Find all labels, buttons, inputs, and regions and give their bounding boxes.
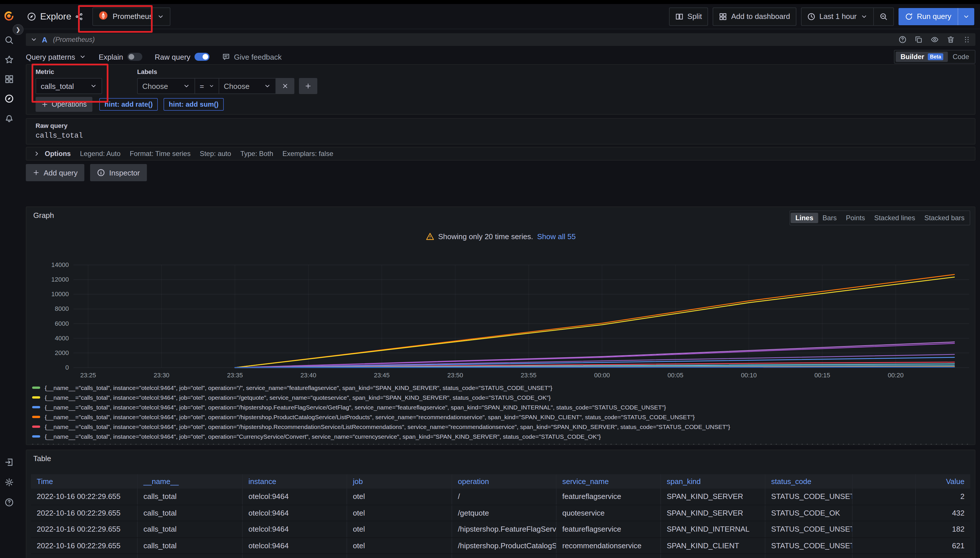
raw-query-expression: calls_total bbox=[36, 132, 966, 140]
time-range-button[interactable]: Last 1 hour bbox=[802, 8, 873, 25]
column-header-status_code[interactable]: status_code bbox=[765, 474, 853, 489]
legend-row[interactable]: {__name__="calls_total", instance="otelc… bbox=[32, 382, 969, 392]
sidebar-expand-button[interactable]: ❯ bbox=[13, 24, 23, 35]
drag-handle-icon[interactable] bbox=[963, 36, 971, 44]
graph-mode-points[interactable]: Points bbox=[841, 213, 870, 223]
options-header[interactable]: Options bbox=[33, 150, 71, 158]
legend-row[interactable]: {__name__="calls_total", instance="otelc… bbox=[32, 431, 969, 441]
table-cell: 182 bbox=[916, 521, 970, 537]
zoom-out-button[interactable] bbox=[873, 8, 893, 25]
sync-icon bbox=[905, 12, 913, 20]
explain-toggle[interactable]: Explain bbox=[99, 53, 142, 61]
add-operation-button[interactable]: Operations bbox=[36, 97, 92, 112]
star-icon[interactable] bbox=[0, 55, 18, 64]
y-tick-label: 8000 bbox=[55, 305, 69, 312]
copy-icon[interactable] bbox=[914, 36, 922, 44]
legend-swatch-icon bbox=[32, 425, 40, 428]
code-mode-button[interactable]: Code bbox=[948, 52, 974, 62]
query-toolbar: Query patterns Explain Raw query Give fe… bbox=[26, 51, 975, 63]
grafana-explore-app: Explore Prometheus bbox=[0, 0, 980, 558]
label-key-select[interactable]: Choose bbox=[137, 78, 194, 94]
legend-row[interactable]: {__name__="calls_total", instance="otelc… bbox=[32, 412, 969, 422]
time-series-chart[interactable]: 23:2523:3023:3523:4023:4523:5023:5500:00… bbox=[31, 260, 970, 383]
table-cell: recommendationservice bbox=[557, 554, 661, 558]
query-hint-button-0[interactable]: hint: add rate() bbox=[99, 98, 158, 111]
column-header-instance[interactable]: instance bbox=[243, 474, 347, 489]
column-header-spacer bbox=[853, 474, 916, 489]
warning-icon bbox=[426, 232, 434, 241]
metric-select[interactable]: calls_total bbox=[36, 78, 102, 94]
search-icon[interactable] bbox=[0, 36, 18, 45]
bell-icon[interactable] bbox=[0, 113, 18, 123]
column-header-service_name[interactable]: service_name bbox=[557, 474, 661, 489]
query-row-header[interactable]: A (Prometheus) bbox=[26, 33, 975, 46]
graph-mode-stacked-bars[interactable]: Stacked bars bbox=[920, 213, 969, 223]
table-cell: /hipstershop.Recommendation… bbox=[452, 554, 557, 558]
chevron-down-icon bbox=[79, 53, 86, 60]
label-value-select[interactable]: Choose bbox=[219, 78, 276, 94]
table-row: 2022-10-16 00:22:29.655calls_totalotelco… bbox=[31, 489, 970, 505]
metric-label: Metric bbox=[36, 68, 102, 75]
x-tick-label: 23:35 bbox=[227, 372, 243, 379]
y-tick-label: 2000 bbox=[55, 349, 69, 356]
trash-icon[interactable] bbox=[947, 36, 955, 44]
column-header-job[interactable]: job bbox=[347, 474, 452, 489]
table-cell bbox=[853, 554, 916, 558]
query-options-row: Options Legend: AutoFormat: Time seriesS… bbox=[26, 147, 975, 161]
grafana-logo[interactable] bbox=[0, 10, 18, 23]
prometheus-icon bbox=[99, 11, 108, 22]
legend-row[interactable]: {__name__="calls_total", instance="otelc… bbox=[32, 402, 969, 412]
legend-row[interactable]: {__name__="calls_total", instance="otelc… bbox=[32, 422, 969, 431]
legend-row[interactable]: {__name__="calls_total", instance="otelc… bbox=[32, 392, 969, 402]
help-icon[interactable] bbox=[0, 498, 18, 507]
query-hint-button-1[interactable]: hint: add sum() bbox=[163, 98, 224, 111]
column-header-Value[interactable]: Value bbox=[916, 474, 970, 489]
question-circle-icon[interactable] bbox=[898, 36, 906, 44]
table-cell bbox=[853, 538, 916, 553]
share-icon[interactable] bbox=[76, 12, 84, 20]
plus-icon bbox=[305, 82, 312, 89]
datasource-picker[interactable]: Prometheus bbox=[93, 7, 171, 26]
sign-in-icon[interactable] bbox=[0, 458, 18, 467]
add-query-button[interactable]: Add query bbox=[26, 164, 85, 181]
explore-compass-icon[interactable] bbox=[0, 94, 18, 103]
column-header-operation[interactable]: operation bbox=[452, 474, 557, 489]
give-feedback-button[interactable]: Give feedback bbox=[222, 53, 282, 61]
legend-swatch-icon bbox=[32, 396, 40, 398]
raw-query-toggle[interactable]: Raw query bbox=[155, 53, 209, 61]
show-all-series-link[interactable]: Show all 55 bbox=[537, 232, 576, 241]
remove-label-filter-button[interactable] bbox=[276, 78, 294, 94]
legend-label: {__name__="calls_total", instance="otelc… bbox=[45, 394, 551, 400]
y-tick-label: 4000 bbox=[55, 335, 69, 342]
column-header-span_kind[interactable]: span_kind bbox=[661, 474, 765, 489]
column-header-Time[interactable]: Time bbox=[31, 474, 138, 489]
table-cell: calls_total bbox=[138, 489, 243, 504]
table-body: 2022-10-16 00:22:29.655calls_totalotelco… bbox=[31, 489, 970, 558]
graph-mode-lines[interactable]: Lines bbox=[791, 213, 818, 223]
gear-icon[interactable] bbox=[0, 478, 18, 487]
top-nav: Explore Prometheus bbox=[0, 4, 980, 29]
add-to-dashboard-button[interactable]: Add to dashboard bbox=[713, 7, 796, 26]
query-patterns-button[interactable]: Query patterns bbox=[26, 53, 86, 61]
y-tick-label: 0 bbox=[66, 364, 69, 371]
builder-mode-button[interactable]: Builder Beta bbox=[896, 52, 948, 62]
graph-mode-stacked-lines[interactable]: Stacked lines bbox=[870, 213, 920, 223]
run-query-dropdown[interactable] bbox=[958, 8, 974, 25]
chart-svg: 23:2523:3023:3523:4023:4523:5023:5500:00… bbox=[31, 260, 970, 383]
run-query-button[interactable]: Run query bbox=[898, 8, 974, 25]
table-cell: 2022-10-16 00:22:29.655 bbox=[31, 538, 138, 553]
table-cell: otel bbox=[347, 538, 452, 553]
add-label-filter-button[interactable] bbox=[299, 78, 317, 94]
split-button[interactable]: Split bbox=[669, 7, 708, 26]
table-cell: otelcol:9464 bbox=[243, 521, 347, 537]
table-cell: STATUS_CODE_UNSET bbox=[765, 538, 853, 553]
eye-icon[interactable] bbox=[931, 36, 939, 44]
inspector-button[interactable]: Inspector bbox=[90, 164, 147, 181]
column-header-__name__[interactable]: __name__ bbox=[138, 474, 243, 489]
graph-mode-bars[interactable]: Bars bbox=[818, 213, 841, 223]
apps-icon[interactable] bbox=[0, 75, 18, 84]
apps-icon bbox=[719, 12, 727, 20]
table-cell bbox=[853, 505, 916, 521]
label-operator-select[interactable]: = bbox=[194, 78, 219, 94]
y-tick-label: 14000 bbox=[51, 261, 69, 268]
